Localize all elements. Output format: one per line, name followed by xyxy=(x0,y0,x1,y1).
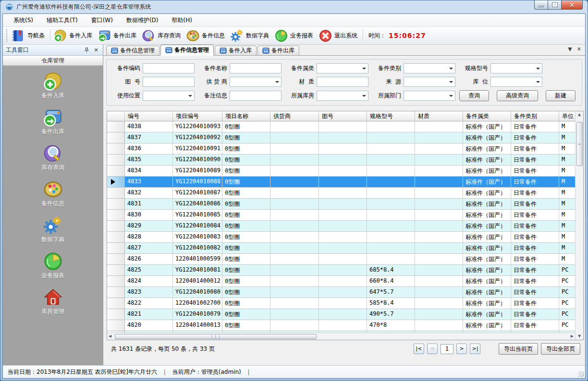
pin-icon[interactable] xyxy=(83,46,90,54)
row-selector-cell[interactable] xyxy=(107,188,125,199)
new-button[interactable]: 新建 xyxy=(546,90,576,101)
form-input-材 质[interactable] xyxy=(317,77,368,87)
toolbar-button-4[interactable]: 库存查询 xyxy=(140,28,184,44)
column-header-备件类别[interactable]: 备件类别 xyxy=(511,111,559,121)
row-selector-cell[interactable] xyxy=(107,287,125,298)
close-button[interactable]: ✕ xyxy=(561,0,583,10)
scroll-up-icon[interactable]: ▲ xyxy=(576,111,582,118)
row-selector-cell[interactable] xyxy=(107,155,125,166)
row-selector-cell[interactable] xyxy=(107,210,125,221)
sidebar-item-3[interactable]: 库存查询 xyxy=(3,144,103,172)
form-select-库 位[interactable] xyxy=(490,77,542,87)
toolbar-button-1[interactable]: 导航条 xyxy=(10,28,49,44)
table-row[interactable]: 4821YG122040100790型圈490*5.7标准件（国产）日常备件PC xyxy=(107,309,575,320)
column-header-规格型号[interactable]: 规格型号 xyxy=(367,111,415,121)
menu-item-3[interactable]: 窗口(W) xyxy=(86,14,118,26)
row-selector-cell[interactable] xyxy=(107,265,125,276)
grid-corner-cell[interactable] xyxy=(107,111,125,121)
titlebar[interactable]: 广州爱奇迪软件科技有限公司-深田之星仓库管理系统 ✕ xyxy=(2,0,586,13)
row-selector-cell[interactable] xyxy=(107,199,125,210)
scroll-right-icon[interactable]: ▶ xyxy=(569,333,575,340)
form-select-规格型号[interactable] xyxy=(490,63,542,73)
column-header-供货商[interactable]: 供货商 xyxy=(270,111,319,121)
sidebar-item-7[interactable]: 库房管理 xyxy=(3,288,103,316)
minimize-button[interactable] xyxy=(534,0,548,10)
query-button[interactable]: 查询 xyxy=(459,90,489,101)
form-select-所属库房[interactable] xyxy=(317,91,368,101)
sidebar-item-4[interactable]: 备件信息 xyxy=(3,180,103,208)
table-row[interactable]: 4837YG122040100920型圈标准件（国产）日常备件M xyxy=(107,132,575,143)
sidebar-item-5[interactable]: 数据字典 xyxy=(3,216,103,244)
tab-1[interactable]: 备件信息管理 xyxy=(106,46,159,55)
first-page-button[interactable]: |< xyxy=(414,344,424,354)
table-row[interactable]: 4828YG122040100830型圈标准件（国产）日常备件M xyxy=(107,232,575,243)
row-selector-cell[interactable] xyxy=(107,232,125,243)
column-header-项目编号[interactable]: 项目编号 xyxy=(173,111,222,121)
close-panel-icon[interactable]: ✕ xyxy=(92,46,100,54)
column-header-项目名称[interactable]: 项目名称 xyxy=(222,111,270,121)
menu-item-4[interactable]: 数据维护(D) xyxy=(122,14,163,26)
column-header-编号[interactable]: 编号 xyxy=(125,111,173,121)
tab-3[interactable]: 备件入库 xyxy=(215,46,257,55)
form-select-来 源[interactable] xyxy=(404,77,455,87)
form-select-备件类别[interactable] xyxy=(404,63,455,73)
table-row[interactable]: 4834YG122040100890型圈标准件（国产）日常备件M xyxy=(107,166,575,177)
export-all-pages-button[interactable]: 导出全部页 xyxy=(541,343,580,355)
form-input-图 号[interactable] xyxy=(143,77,195,87)
form-select-所属部门[interactable] xyxy=(404,91,455,101)
toolbar-button-8[interactable]: 退出系统 xyxy=(317,28,361,44)
last-page-button[interactable]: >| xyxy=(470,344,480,354)
toolbar-button-6[interactable]: 数据字典 xyxy=(229,28,273,44)
table-row[interactable]: 4827YG122040100820型圈标准件（国产）日常备件M xyxy=(107,243,575,254)
vscroll-thumb[interactable]: ≡ xyxy=(576,122,583,166)
table-row[interactable]: 482412204014000120型圈660*8.4标准件（国产）日常备件PC xyxy=(107,276,575,287)
next-page-button[interactable]: > xyxy=(456,344,467,354)
form-input-备件名称[interactable] xyxy=(230,63,282,73)
form-input-备注信息[interactable] xyxy=(230,91,282,101)
toolbar-button-7[interactable]: 业务报表 xyxy=(273,28,317,44)
advanced-query-button[interactable]: 高级查询 xyxy=(497,90,538,101)
table-row[interactable]: 4829YG122040100840型圈标准件（国产）日常备件M xyxy=(107,221,575,232)
tab-4[interactable]: 备件出库 xyxy=(257,46,299,55)
prev-page-button[interactable]: < xyxy=(427,344,438,354)
column-header-图号[interactable]: 图号 xyxy=(319,111,367,121)
scroll-left-icon[interactable]: ◀ xyxy=(107,333,113,340)
maximize-button[interactable] xyxy=(548,0,562,10)
table-row[interactable]: 482612204010005990型圈标准件（国产）日常备件M xyxy=(107,254,575,265)
table-row[interactable]: 4825YG122040100810型圈685*8.4标准件（国产）日常备件PC xyxy=(107,265,575,276)
toolbar-button-2[interactable]: 备件入库 xyxy=(52,28,96,44)
hscroll-thumb[interactable]: ❘❘❘ xyxy=(115,334,317,339)
row-selector-cell[interactable] xyxy=(107,254,125,265)
table-row[interactable]: 4832YG122040100870型圈标准件（国产）日常备件M xyxy=(107,188,575,199)
sidebar-item-2[interactable]: 备件出库 xyxy=(3,108,103,136)
table-row[interactable]: 4835YG122040100900型圈标准件（国产）日常备件M xyxy=(107,155,575,166)
row-selector-cell[interactable] xyxy=(107,243,125,254)
row-selector-cell[interactable] xyxy=(107,121,125,132)
form-select-备件属类[interactable] xyxy=(317,63,368,73)
menu-item-2[interactable]: 辅助工具(T) xyxy=(42,14,83,26)
tab-2[interactable]: 备件信息管理 xyxy=(160,45,214,55)
toolbar-grip[interactable] xyxy=(5,29,9,42)
table-row[interactable]: 4823YG122040100800型圈647*5.7标准件（国产）日常备件PC xyxy=(107,287,575,298)
table-row[interactable]: 482212204010027000型圈585*8.4标准件（国产）日常备件PC xyxy=(107,298,575,309)
column-header-材质[interactable]: 材质 xyxy=(415,111,463,121)
resize-grip[interactable] xyxy=(578,371,584,377)
table-row[interactable]: 4831YG122040100860型圈标准件（国产）日常备件M xyxy=(107,199,575,210)
sidebar-item-1[interactable]: 备件入库 xyxy=(3,72,103,100)
menu-item-5[interactable]: 帮助(H) xyxy=(167,14,197,26)
row-selector-cell[interactable] xyxy=(107,166,125,177)
row-selector-cell[interactable] xyxy=(107,221,125,232)
scroll-down-icon[interactable]: ▼ xyxy=(576,333,582,340)
table-row[interactable]: 4836YG122040100910型圈标准件（国产）日常备件M xyxy=(107,143,575,155)
tab-list-dropdown-icon[interactable]: ▼ xyxy=(568,46,572,52)
column-header-备件属类[interactable]: 备件属类 xyxy=(463,111,511,121)
row-selector-cell[interactable] xyxy=(107,177,125,188)
row-selector-cell[interactable] xyxy=(107,132,125,143)
column-header-单位[interactable]: 单位 xyxy=(559,111,575,121)
row-selector-cell[interactable] xyxy=(107,298,125,309)
form-select-使用位置[interactable] xyxy=(143,91,195,101)
menu-item-1[interactable]: 系统(S) xyxy=(9,14,38,26)
row-selector-cell[interactable] xyxy=(107,276,125,287)
form-input-备件编码[interactable] xyxy=(143,63,195,73)
table-row[interactable]: 4838YG122040100930型圈标准件（国产）日常备件M xyxy=(107,121,575,132)
